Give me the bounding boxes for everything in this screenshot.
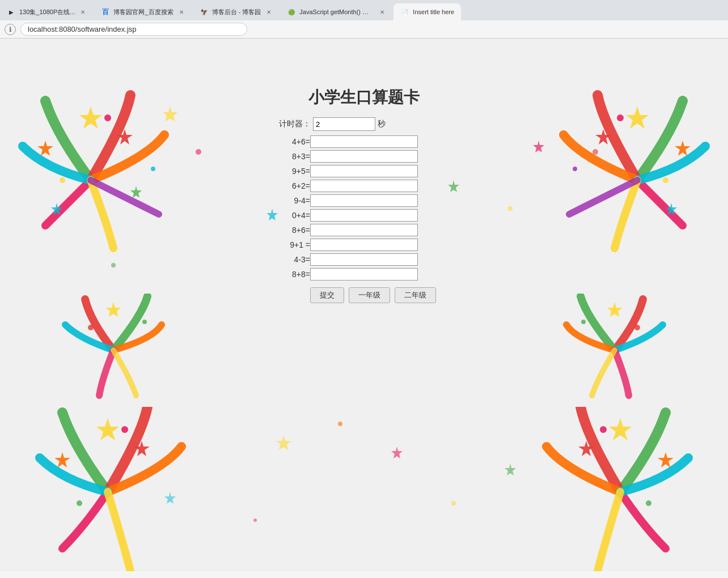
svg-point-39 <box>592 149 598 155</box>
question-row-8: 4-3= <box>273 253 455 266</box>
timer-input[interactable] <box>313 117 375 131</box>
button-row: 提交 一年级 二年级 <box>273 287 455 303</box>
tab-3-close[interactable]: ✕ <box>264 7 273 16</box>
answer-input-3[interactable] <box>310 180 418 192</box>
question-row-4: 9-4= <box>273 194 455 207</box>
tab-1-close[interactable]: ✕ <box>78 7 87 16</box>
tab-2[interactable]: 百 博客园官网_百度搜索 ✕ <box>94 3 192 20</box>
tab-5-favicon: 📄 <box>400 7 409 16</box>
firework-mid-right <box>558 294 671 409</box>
svg-point-7 <box>151 167 155 171</box>
svg-marker-41 <box>391 447 403 458</box>
svg-marker-9 <box>675 141 691 156</box>
svg-point-19 <box>77 500 82 506</box>
question-label-7: 9+1 = <box>279 240 310 249</box>
tab-3[interactable]: 🦅 博客后台 - 博客园 ✕ <box>193 3 281 20</box>
tab-4-label: JavaScript getMonth() 方法 | 菜... <box>299 8 374 16</box>
answer-input-4[interactable] <box>310 194 418 207</box>
svg-point-23 <box>600 426 607 433</box>
svg-marker-28 <box>607 302 622 317</box>
svg-point-46 <box>451 501 456 505</box>
svg-point-27 <box>142 320 147 324</box>
svg-point-14 <box>573 167 577 171</box>
timer-unit: 秒 <box>378 119 386 129</box>
svg-point-6 <box>60 177 65 183</box>
answer-input-9[interactable] <box>310 268 418 280</box>
question-row-7: 9+1 = <box>273 239 455 251</box>
svg-marker-11 <box>666 203 677 215</box>
svg-marker-42 <box>164 492 176 504</box>
svg-marker-8 <box>626 107 649 129</box>
svg-marker-21 <box>658 452 674 468</box>
svg-point-36 <box>508 206 513 211</box>
svg-point-29 <box>634 325 640 330</box>
firework-top-right <box>558 90 717 273</box>
question-label-8: 4-3= <box>279 255 310 264</box>
svg-point-5 <box>104 114 111 121</box>
answer-input-6[interactable] <box>310 224 418 236</box>
svg-point-35 <box>196 149 201 155</box>
address-input[interactable] <box>20 23 247 36</box>
question-label-5: 0+4= <box>279 211 310 220</box>
browser-chrome: ▶ 130集_1080P在线... ✕ 百 博客园官网_百度搜索 ✕ 🦅 博客后… <box>0 0 728 39</box>
info-icon[interactable]: ℹ <box>5 24 16 35</box>
svg-marker-3 <box>51 203 62 215</box>
tab-2-label: 博客园官网_百度搜索 <box>113 8 173 16</box>
svg-marker-2 <box>117 129 133 144</box>
answer-input-5[interactable] <box>310 209 418 222</box>
firework-top-left <box>11 90 170 273</box>
svg-marker-16 <box>54 452 70 468</box>
svg-marker-4 <box>130 186 142 198</box>
tab-4-favicon: 🟢 <box>287 7 296 16</box>
svg-point-18 <box>121 426 128 433</box>
svg-marker-1 <box>37 141 53 156</box>
svg-marker-25 <box>106 302 121 317</box>
firework-bottom-left <box>23 407 193 571</box>
tab-3-favicon: 🦅 <box>200 7 209 16</box>
tab-1-label: 130集_1080P在线... <box>19 8 75 16</box>
page-content: 小学生口算题卡 计时器： 秒 4+6= 8+3= 9+5= 6+2= 9-4= <box>0 39 728 571</box>
svg-marker-17 <box>134 441 150 456</box>
svg-marker-15 <box>96 418 119 440</box>
tab-5-label: Insert title here <box>413 8 454 15</box>
tab-5[interactable]: 📄 Insert title here <box>393 3 461 20</box>
answer-input-0[interactable] <box>310 135 418 148</box>
tab-1[interactable]: ▶ 130集_1080P在线... ✕ <box>0 3 94 20</box>
svg-marker-32 <box>533 141 544 152</box>
answer-input-8[interactable] <box>310 253 418 266</box>
svg-marker-0 <box>79 107 102 129</box>
form-container: 小学生口算题卡 计时器： 秒 4+6= 8+3= 9+5= 6+2= 9-4= <box>273 87 455 303</box>
svg-marker-22 <box>578 441 594 456</box>
grade1-button[interactable]: 一年级 <box>349 287 390 303</box>
answer-input-2[interactable] <box>310 165 418 177</box>
answer-input-7[interactable] <box>310 239 418 251</box>
firework-bottom-right <box>535 407 705 571</box>
question-label-0: 4+6= <box>279 137 310 146</box>
page-title: 小学生口算题卡 <box>273 87 455 108</box>
answer-input-1[interactable] <box>310 150 418 163</box>
svg-marker-20 <box>609 418 632 440</box>
grade2-button[interactable]: 二年级 <box>395 287 436 303</box>
svg-marker-43 <box>505 464 516 475</box>
svg-marker-31 <box>163 107 177 121</box>
question-row-3: 6+2= <box>273 180 455 192</box>
tab-4-close[interactable]: ✕ <box>378 7 387 16</box>
question-row-1: 8+3= <box>273 150 455 163</box>
svg-point-44 <box>338 422 342 426</box>
firework-mid-left <box>57 294 170 409</box>
svg-point-12 <box>617 114 624 121</box>
tab-2-favicon: 百 <box>101 7 110 16</box>
tab-1-favicon: ▶ <box>7 7 16 16</box>
tab-2-close[interactable]: ✕ <box>177 7 186 16</box>
svg-point-24 <box>646 500 651 506</box>
svg-point-26 <box>88 325 94 330</box>
tab-bar: ▶ 130集_1080P在线... ✕ 百 博客园官网_百度搜索 ✕ 🦅 博客后… <box>0 0 728 20</box>
question-row-9: 8+8= <box>273 268 455 280</box>
svg-point-30 <box>581 320 586 324</box>
timer-row: 计时器： 秒 <box>273 117 455 131</box>
question-label-1: 8+3= <box>279 152 310 161</box>
question-label-9: 8+8= <box>279 270 310 279</box>
question-row-5: 0+4= <box>273 209 455 222</box>
tab-4[interactable]: 🟢 JavaScript getMonth() 方法 | 菜... ✕ <box>280 3 393 20</box>
submit-button[interactable]: 提交 <box>310 287 344 303</box>
